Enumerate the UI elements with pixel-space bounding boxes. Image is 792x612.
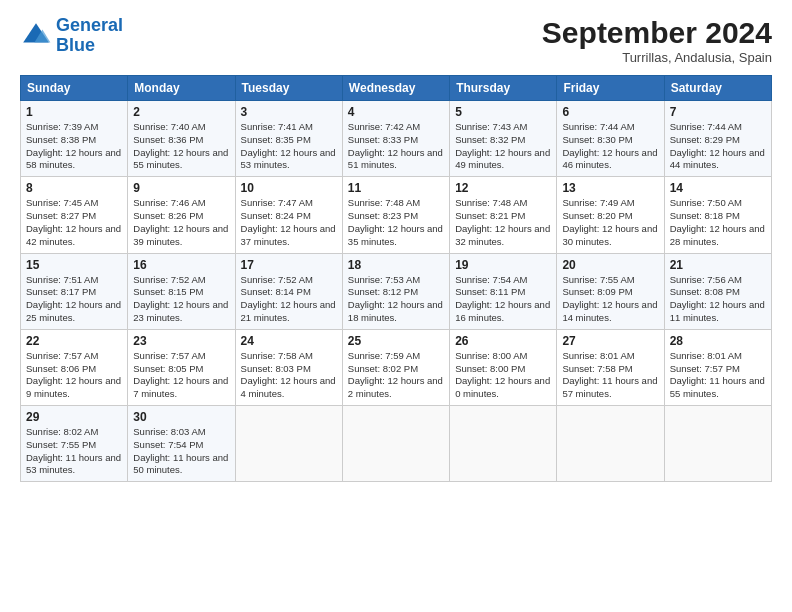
calendar-cell: 11 Sunrise: 7:48 AMSunset: 8:23 PMDaylig… xyxy=(342,177,449,253)
day-info: Sunrise: 7:40 AMSunset: 8:36 PMDaylight:… xyxy=(133,121,229,172)
month-title: September 2024 xyxy=(542,16,772,50)
day-number: 9 xyxy=(133,181,229,195)
day-number: 14 xyxy=(670,181,766,195)
calendar-table: Sunday Monday Tuesday Wednesday Thursday… xyxy=(20,75,772,482)
day-number: 17 xyxy=(241,258,337,272)
calendar-cell: 12 Sunrise: 7:48 AMSunset: 8:21 PMDaylig… xyxy=(450,177,557,253)
col-thursday: Thursday xyxy=(450,76,557,101)
day-info: Sunrise: 7:57 AMSunset: 8:06 PMDaylight:… xyxy=(26,350,122,401)
logo-line1: General xyxy=(56,15,123,35)
day-info: Sunrise: 7:42 AMSunset: 8:33 PMDaylight:… xyxy=(348,121,444,172)
header: General Blue September 2024 Turrillas, A… xyxy=(20,16,772,65)
day-info: Sunrise: 8:00 AMSunset: 8:00 PMDaylight:… xyxy=(455,350,551,401)
calendar-cell: 10 Sunrise: 7:47 AMSunset: 8:24 PMDaylig… xyxy=(235,177,342,253)
day-info: Sunrise: 7:46 AMSunset: 8:26 PMDaylight:… xyxy=(133,197,229,248)
day-number: 10 xyxy=(241,181,337,195)
col-sunday: Sunday xyxy=(21,76,128,101)
calendar-cell: 18 Sunrise: 7:53 AMSunset: 8:12 PMDaylig… xyxy=(342,253,449,329)
day-info: Sunrise: 7:44 AMSunset: 8:30 PMDaylight:… xyxy=(562,121,658,172)
col-friday: Friday xyxy=(557,76,664,101)
day-number: 11 xyxy=(348,181,444,195)
calendar-cell: 15 Sunrise: 7:51 AMSunset: 8:17 PMDaylig… xyxy=(21,253,128,329)
day-info: Sunrise: 7:52 AMSunset: 8:15 PMDaylight:… xyxy=(133,274,229,325)
day-info: Sunrise: 7:43 AMSunset: 8:32 PMDaylight:… xyxy=(455,121,551,172)
day-number: 21 xyxy=(670,258,766,272)
day-number: 15 xyxy=(26,258,122,272)
calendar-cell: 17 Sunrise: 7:52 AMSunset: 8:14 PMDaylig… xyxy=(235,253,342,329)
day-info: Sunrise: 8:01 AMSunset: 7:58 PMDaylight:… xyxy=(562,350,658,401)
calendar-cell: 1 Sunrise: 7:39 AMSunset: 8:38 PMDayligh… xyxy=(21,101,128,177)
day-number: 4 xyxy=(348,105,444,119)
calendar-week-1: 1 Sunrise: 7:39 AMSunset: 8:38 PMDayligh… xyxy=(21,101,772,177)
day-info: Sunrise: 7:56 AMSunset: 8:08 PMDaylight:… xyxy=(670,274,766,325)
calendar-cell: 7 Sunrise: 7:44 AMSunset: 8:29 PMDayligh… xyxy=(664,101,771,177)
calendar-cell: 24 Sunrise: 7:58 AMSunset: 8:03 PMDaylig… xyxy=(235,329,342,405)
logo-line2: Blue xyxy=(56,35,95,55)
day-number: 3 xyxy=(241,105,337,119)
day-number: 25 xyxy=(348,334,444,348)
day-info: Sunrise: 7:41 AMSunset: 8:35 PMDaylight:… xyxy=(241,121,337,172)
title-block: September 2024 Turrillas, Andalusia, Spa… xyxy=(542,16,772,65)
calendar-cell: 26 Sunrise: 8:00 AMSunset: 8:00 PMDaylig… xyxy=(450,329,557,405)
calendar-cell xyxy=(557,406,664,482)
day-info: Sunrise: 7:52 AMSunset: 8:14 PMDaylight:… xyxy=(241,274,337,325)
calendar-cell: 6 Sunrise: 7:44 AMSunset: 8:30 PMDayligh… xyxy=(557,101,664,177)
calendar-week-5: 29 Sunrise: 8:02 AMSunset: 7:55 PMDaylig… xyxy=(21,406,772,482)
calendar-cell: 25 Sunrise: 7:59 AMSunset: 8:02 PMDaylig… xyxy=(342,329,449,405)
calendar-cell: 2 Sunrise: 7:40 AMSunset: 8:36 PMDayligh… xyxy=(128,101,235,177)
day-number: 8 xyxy=(26,181,122,195)
calendar-cell: 23 Sunrise: 7:57 AMSunset: 8:05 PMDaylig… xyxy=(128,329,235,405)
calendar-cell xyxy=(342,406,449,482)
calendar-cell: 27 Sunrise: 8:01 AMSunset: 7:58 PMDaylig… xyxy=(557,329,664,405)
calendar-week-3: 15 Sunrise: 7:51 AMSunset: 8:17 PMDaylig… xyxy=(21,253,772,329)
day-number: 13 xyxy=(562,181,658,195)
calendar-cell: 13 Sunrise: 7:49 AMSunset: 8:20 PMDaylig… xyxy=(557,177,664,253)
day-number: 28 xyxy=(670,334,766,348)
day-info: Sunrise: 7:53 AMSunset: 8:12 PMDaylight:… xyxy=(348,274,444,325)
day-number: 30 xyxy=(133,410,229,424)
day-number: 5 xyxy=(455,105,551,119)
col-saturday: Saturday xyxy=(664,76,771,101)
day-number: 23 xyxy=(133,334,229,348)
day-info: Sunrise: 7:39 AMSunset: 8:38 PMDaylight:… xyxy=(26,121,122,172)
day-info: Sunrise: 7:55 AMSunset: 8:09 PMDaylight:… xyxy=(562,274,658,325)
calendar-cell: 29 Sunrise: 8:02 AMSunset: 7:55 PMDaylig… xyxy=(21,406,128,482)
day-number: 1 xyxy=(26,105,122,119)
day-info: Sunrise: 7:54 AMSunset: 8:11 PMDaylight:… xyxy=(455,274,551,325)
day-number: 22 xyxy=(26,334,122,348)
day-number: 29 xyxy=(26,410,122,424)
day-number: 24 xyxy=(241,334,337,348)
day-info: Sunrise: 8:03 AMSunset: 7:54 PMDaylight:… xyxy=(133,426,229,477)
calendar-cell: 14 Sunrise: 7:50 AMSunset: 8:18 PMDaylig… xyxy=(664,177,771,253)
day-number: 16 xyxy=(133,258,229,272)
col-wednesday: Wednesday xyxy=(342,76,449,101)
day-info: Sunrise: 7:44 AMSunset: 8:29 PMDaylight:… xyxy=(670,121,766,172)
calendar-cell: 5 Sunrise: 7:43 AMSunset: 8:32 PMDayligh… xyxy=(450,101,557,177)
calendar-week-4: 22 Sunrise: 7:57 AMSunset: 8:06 PMDaylig… xyxy=(21,329,772,405)
calendar-cell xyxy=(235,406,342,482)
day-info: Sunrise: 7:51 AMSunset: 8:17 PMDaylight:… xyxy=(26,274,122,325)
day-info: Sunrise: 7:57 AMSunset: 8:05 PMDaylight:… xyxy=(133,350,229,401)
day-number: 27 xyxy=(562,334,658,348)
day-info: Sunrise: 7:49 AMSunset: 8:20 PMDaylight:… xyxy=(562,197,658,248)
calendar-cell: 19 Sunrise: 7:54 AMSunset: 8:11 PMDaylig… xyxy=(450,253,557,329)
calendar-cell xyxy=(450,406,557,482)
day-info: Sunrise: 7:47 AMSunset: 8:24 PMDaylight:… xyxy=(241,197,337,248)
logo-text: General Blue xyxy=(56,16,123,56)
day-info: Sunrise: 7:59 AMSunset: 8:02 PMDaylight:… xyxy=(348,350,444,401)
day-info: Sunrise: 7:48 AMSunset: 8:21 PMDaylight:… xyxy=(455,197,551,248)
day-number: 2 xyxy=(133,105,229,119)
calendar-cell: 8 Sunrise: 7:45 AMSunset: 8:27 PMDayligh… xyxy=(21,177,128,253)
day-number: 12 xyxy=(455,181,551,195)
calendar-cell: 22 Sunrise: 7:57 AMSunset: 8:06 PMDaylig… xyxy=(21,329,128,405)
day-info: Sunrise: 8:01 AMSunset: 7:57 PMDaylight:… xyxy=(670,350,766,401)
calendar-cell: 3 Sunrise: 7:41 AMSunset: 8:35 PMDayligh… xyxy=(235,101,342,177)
day-info: Sunrise: 7:48 AMSunset: 8:23 PMDaylight:… xyxy=(348,197,444,248)
logo-icon xyxy=(20,20,52,52)
header-row: Sunday Monday Tuesday Wednesday Thursday… xyxy=(21,76,772,101)
calendar-cell: 9 Sunrise: 7:46 AMSunset: 8:26 PMDayligh… xyxy=(128,177,235,253)
day-info: Sunrise: 8:02 AMSunset: 7:55 PMDaylight:… xyxy=(26,426,122,477)
calendar-cell: 20 Sunrise: 7:55 AMSunset: 8:09 PMDaylig… xyxy=(557,253,664,329)
location: Turrillas, Andalusia, Spain xyxy=(542,50,772,65)
day-number: 19 xyxy=(455,258,551,272)
